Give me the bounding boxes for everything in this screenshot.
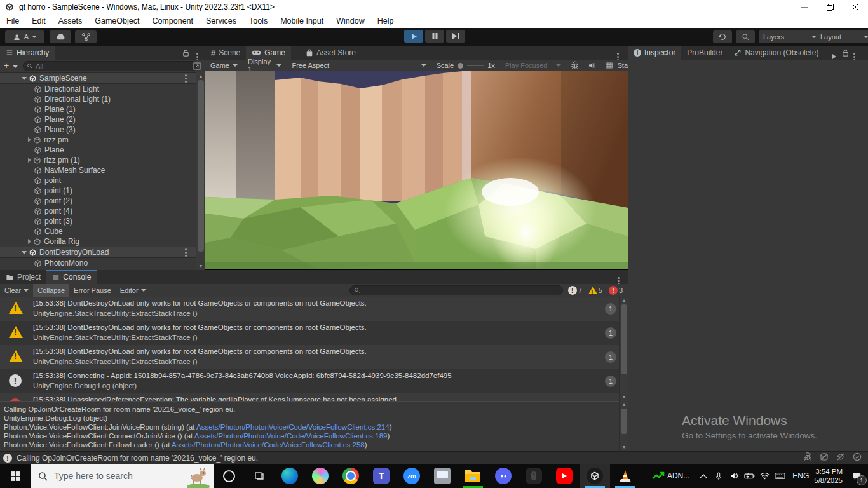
cortana-button[interactable] [214, 464, 244, 488]
scene-menu-kebab[interactable] [185, 78, 187, 79]
menu-item-services[interactable]: Services [200, 14, 243, 28]
hierarchy-item-row[interactable]: Plane [0, 145, 205, 155]
create-object-caret[interactable] [13, 65, 18, 68]
tab-scene[interactable]: # Scene [205, 46, 246, 60]
hidden-icons-chevron[interactable] [696, 464, 711, 488]
scroll-up-icon[interactable]: ▲ [620, 298, 628, 303]
taskbar-icon-vlc[interactable] [610, 464, 641, 488]
debug-bug-icon[interactable] [571, 61, 579, 70]
hierarchy-item-row[interactable]: Cube [0, 226, 205, 236]
trading-app-icon[interactable] [652, 471, 665, 481]
menu-item-component[interactable]: Component [146, 14, 200, 28]
console-search-input[interactable] [349, 285, 563, 295]
menu-item-help[interactable]: Help [371, 14, 400, 28]
menu-item-edit[interactable]: Edit [25, 14, 52, 28]
layout-dropdown[interactable]: Layout [816, 30, 868, 43]
hierarchy-item-row[interactable]: Directional Light (1) [0, 94, 205, 104]
error-count-toggle[interactable]: ! 3 [609, 286, 623, 295]
account-button[interactable]: A [5, 30, 44, 43]
hierarchy-item-row[interactable]: rizz pm [0, 135, 205, 145]
play-button[interactable] [404, 30, 423, 43]
aspect-dropdown[interactable]: Free Aspect [287, 62, 431, 69]
scroll-up-icon[interactable]: ▲ [620, 402, 628, 407]
close-button[interactable] [843, 0, 868, 14]
tray-app-label[interactable]: ADN... [667, 471, 689, 480]
hierarchy-lock-icon[interactable] [182, 48, 190, 60]
taskbar-icon-unity[interactable] [580, 464, 610, 488]
taskbar-icon-youtube[interactable] [549, 464, 580, 488]
notification-center-button[interactable]: 1 [849, 464, 864, 488]
hierarchy-item-row[interactable]: point (4) [0, 206, 205, 216]
taskbar-icon-copilot[interactable] [305, 464, 336, 488]
scroll-down-icon[interactable]: ▼ [196, 264, 205, 269]
source-file-link[interactable]: Assets/Photon/PhotonVoice/Code/VoiceFoll… [196, 423, 390, 431]
menu-item-assets[interactable]: Assets [52, 14, 89, 28]
source-file-link[interactable]: Assets/Photon/PhotonVoice/Code/VoiceFoll… [194, 432, 388, 440]
console-log-entry[interactable]: ![15:53:38] UnassignedReferenceException… [0, 393, 628, 401]
hierarchy-item-row[interactable]: point [0, 175, 205, 186]
collapsed-triangle-icon[interactable] [28, 158, 31, 163]
editor-dropdown[interactable]: Editor [116, 284, 151, 297]
menu-item-mobile-input[interactable]: Mobile Input [274, 14, 330, 28]
log-count-toggle[interactable]: ! 7 [568, 286, 582, 295]
collapse-button[interactable]: Collapse [33, 284, 69, 297]
code-optimization-icon[interactable] [853, 452, 862, 464]
version-control-button[interactable] [75, 30, 97, 43]
console-log-entry[interactable]: [15:53:38] DontDestroyOnLoad only works … [0, 321, 628, 345]
console-log-entry[interactable]: [15:53:38] DontDestroyOnLoad only works … [0, 345, 628, 369]
collapsed-triangle-icon[interactable] [28, 239, 31, 244]
inspector-lock-icon[interactable] [841, 48, 850, 60]
console-menu-kebab[interactable] [618, 273, 620, 285]
hierarchy-item-row[interactable]: Plane (1) [0, 104, 205, 114]
play-focused-dropdown[interactable]: Play Focused [500, 62, 566, 69]
console-scrollbar[interactable]: ▲ ▼ [619, 297, 628, 401]
create-object-button[interactable]: + [4, 61, 9, 70]
clear-button[interactable]: Clear [0, 284, 33, 297]
hierarchy-item-row[interactable]: Plane (3) [0, 125, 205, 135]
microphone-icon[interactable] [711, 464, 726, 488]
touch-keyboard-icon[interactable] [772, 464, 787, 488]
hierarchy-menu-kebab[interactable] [196, 49, 198, 60]
tab-console[interactable]: Console [46, 270, 97, 284]
scroll-down-icon[interactable]: ▼ [620, 395, 628, 400]
stats-grid-icon[interactable] [605, 61, 613, 70]
display-target-dropdown[interactable]: Game [205, 62, 243, 69]
menu-item-tools[interactable]: Tools [243, 14, 274, 28]
tab-asset-store[interactable]: Asset Store [300, 46, 362, 60]
scale-slider-knob[interactable] [458, 63, 463, 69]
collapsed-triangle-icon[interactable] [28, 137, 31, 142]
taskbar-icon-system-monitor[interactable] [427, 464, 458, 488]
taskbar-icon-edge[interactable] [275, 464, 305, 488]
hierarchy-item-row[interactable]: Gorilla Rig [0, 236, 205, 247]
undo-history-button[interactable] [713, 30, 732, 43]
console-log-entry[interactable]: [15:53:38] DontDestroyOnLoad only works … [0, 297, 628, 321]
warning-count-toggle[interactable]: 5 [588, 287, 602, 294]
stats-label-clipped[interactable]: Sta [618, 62, 628, 69]
taskbar-clock[interactable]: 3:54 PM 5/8/2025 [814, 467, 843, 485]
scale-slider[interactable]: Scale 1x [431, 62, 500, 69]
volume-icon[interactable] [726, 464, 742, 488]
error-pause-button[interactable]: Error Pause [69, 284, 116, 297]
hierarchy-item-row[interactable]: rizz pm (1) [0, 155, 205, 165]
hierarchy-item-row[interactable]: point (2) [0, 196, 205, 206]
task-view-button[interactable] [244, 464, 275, 488]
hierarchy-scene-row[interactable]: DontDestroyOnLoad [0, 247, 205, 258]
taskbar-icon-teams[interactable]: T [366, 464, 397, 488]
hierarchy-item-row[interactable]: NavMesh Surface [0, 165, 205, 175]
hierarchy-item-row[interactable]: PhotonMono [0, 258, 205, 268]
gameview-menu-kebab[interactable] [617, 49, 619, 60]
refresh-disabled-icon[interactable] [836, 452, 845, 464]
hierarchy-scene-row[interactable]: SampleScene [0, 72, 205, 84]
expanded-triangle-icon[interactable] [22, 77, 27, 80]
step-button[interactable] [446, 30, 465, 43]
taskbar-search-input[interactable]: Type here to search [31, 464, 214, 488]
menu-item-gameobject[interactable]: GameObject [88, 14, 146, 28]
source-file-link[interactable]: Assets/Photon/PhotonVoice/Code/VoiceFoll… [172, 441, 365, 449]
hierarchy-item-row[interactable]: point (1) [0, 186, 205, 196]
detail-scrollbar[interactable]: ▲ ▼ [619, 401, 628, 451]
cloud-button[interactable] [50, 30, 71, 43]
debugger-disabled-icon[interactable] [803, 452, 812, 464]
language-indicator[interactable]: ENG [792, 471, 809, 480]
hierarchy-scrollbar[interactable]: ▲ ▼ [196, 72, 205, 270]
hierarchy-search-input[interactable]: All [23, 61, 197, 71]
